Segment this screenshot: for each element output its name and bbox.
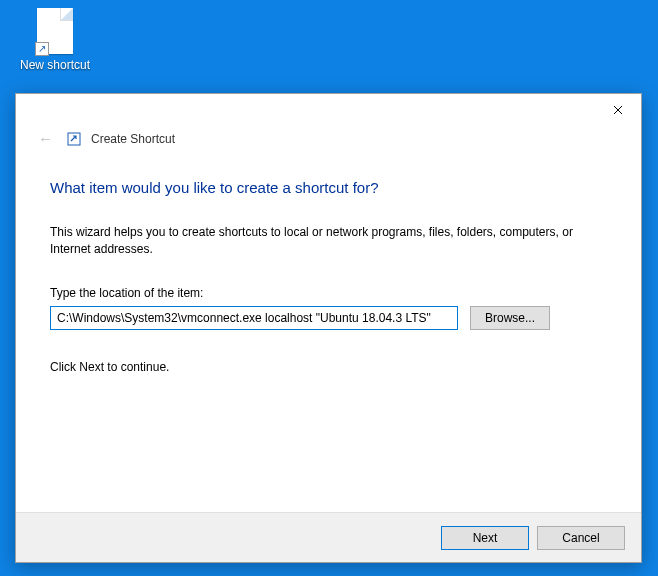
close-button[interactable]	[595, 95, 641, 125]
back-arrow-icon: ←	[34, 128, 57, 149]
create-shortcut-dialog: ← Create Shortcut What item would you li…	[15, 93, 642, 563]
shortcut-wizard-icon	[67, 132, 81, 146]
location-label: Type the location of the item:	[50, 286, 607, 300]
main-heading: What item would you like to create a sho…	[50, 179, 607, 196]
svg-rect-0	[68, 133, 80, 145]
next-button[interactable]: Next	[441, 526, 529, 550]
browse-button[interactable]: Browse...	[470, 306, 550, 330]
close-icon	[613, 105, 623, 115]
wizard-description: This wizard helps you to create shortcut…	[50, 224, 607, 258]
desktop-icon-label: New shortcut	[18, 58, 92, 72]
cancel-button[interactable]: Cancel	[537, 526, 625, 550]
file-icon: ↗	[37, 8, 73, 54]
location-row: Browse...	[50, 306, 607, 330]
titlebar	[16, 94, 641, 126]
wizard-footer: Next Cancel	[16, 512, 641, 562]
desktop-shortcut-icon[interactable]: ↗ New shortcut	[18, 8, 92, 72]
wizard-header: ← Create Shortcut	[16, 126, 641, 155]
shortcut-arrow-icon: ↗	[35, 42, 49, 56]
wizard-body: What item would you like to create a sho…	[16, 155, 641, 512]
continue-hint: Click Next to continue.	[50, 360, 607, 374]
wizard-title: Create Shortcut	[91, 132, 175, 146]
location-input[interactable]	[50, 306, 458, 330]
